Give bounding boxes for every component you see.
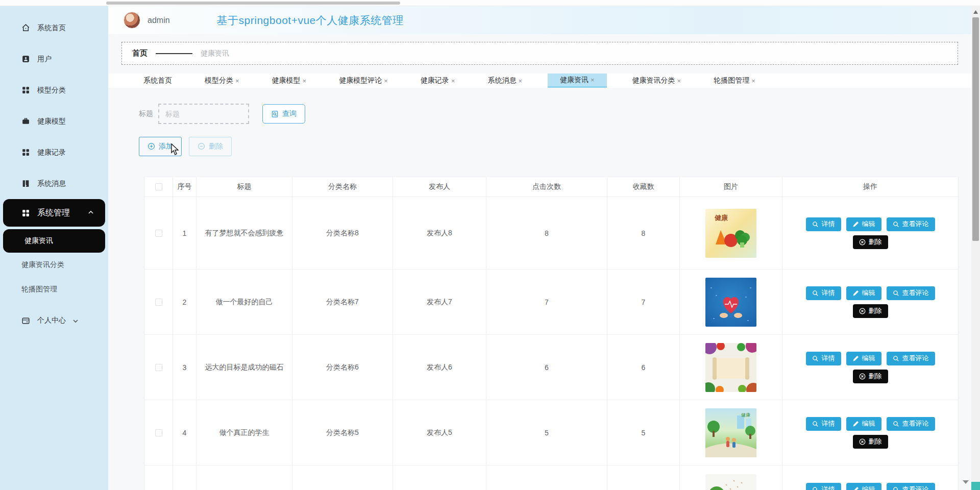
col-header-publisher: 发布人: [393, 177, 486, 197]
pencil-icon: [852, 221, 859, 228]
pencil-icon: [852, 290, 859, 297]
sidebar-subitem-health-news[interactable]: 健康资讯: [3, 229, 105, 253]
detail-button[interactable]: 详情: [806, 352, 841, 365]
view-comments-button[interactable]: 查看评论: [887, 483, 935, 490]
tab-health-news-category[interactable]: 健康资讯分类×: [625, 74, 689, 88]
row-checkbox[interactable]: [155, 299, 162, 306]
sidebar-item-system-message[interactable]: 系统消息: [0, 168, 108, 199]
row-title: 远大的目标是成功的磁石: [197, 335, 292, 400]
minus-circle-icon: [198, 142, 205, 150]
view-comments-button[interactable]: 查看评论: [887, 352, 935, 365]
view-comments-button[interactable]: 查看评论: [887, 217, 935, 231]
main-area: admin 基于springboot+vue个人健康系统管理 首页 健康资讯 系…: [108, 6, 971, 490]
select-all-checkbox[interactable]: [155, 183, 162, 190]
delete-row-button[interactable]: 删除: [853, 235, 888, 249]
search-label: 标题: [139, 109, 153, 118]
delete-row-button[interactable]: 删除: [853, 370, 888, 383]
view-comments-button[interactable]: 查看评论: [887, 286, 935, 300]
tab-close-icon[interactable]: ×: [303, 77, 307, 85]
detail-button[interactable]: 详情: [806, 483, 841, 490]
tab-close-icon[interactable]: ×: [384, 77, 388, 85]
tab-close-icon[interactable]: ×: [751, 77, 755, 85]
row-clicks: 8: [486, 197, 607, 269]
sidebar-item-users[interactable]: 用户: [0, 43, 108, 75]
tab-system-message[interactable]: 系统消息×: [480, 74, 529, 88]
edit-button[interactable]: 编辑: [846, 217, 881, 231]
breadcrumb-root[interactable]: 首页: [132, 48, 148, 58]
tab-close-icon[interactable]: ×: [677, 77, 681, 85]
edit-button[interactable]: 编辑: [846, 352, 881, 365]
row-category: 分类名称6: [292, 335, 393, 400]
edit-button[interactable]: 编辑: [846, 417, 881, 431]
circle-x-icon: [859, 308, 866, 314]
magnifier-icon: [893, 421, 899, 427]
home-icon: [21, 23, 30, 32]
title-search-input[interactable]: [158, 104, 249, 124]
svg-text:健康: 健康: [714, 214, 728, 222]
sidebar-subitem-carousel-management[interactable]: 轮播图管理: [0, 277, 108, 302]
row-checkbox[interactable]: [155, 429, 162, 436]
toolbar: 添加 删除: [139, 136, 971, 156]
breadcrumb: 首页 健康资讯: [121, 42, 958, 65]
row-checkbox[interactable]: [155, 230, 162, 237]
tab-close-icon[interactable]: ×: [591, 76, 595, 84]
sidebar-item-health-model[interactable]: 健康模型: [0, 106, 108, 137]
sidebar-subitem-label: 健康资讯: [24, 236, 53, 246]
delete-row-button[interactable]: 删除: [853, 304, 888, 318]
sidebar-item-label: 用户: [37, 55, 52, 64]
tab-close-icon[interactable]: ×: [451, 77, 455, 85]
row-index: 1: [173, 197, 197, 269]
magnifier-icon: [893, 355, 899, 362]
avatar[interactable]: [124, 12, 140, 29]
row-category: [292, 465, 393, 490]
table-row: 3 远大的目标是成功的磁石 分类名称6 发布人6 6 6 详情 编辑 查看评论 …: [144, 335, 958, 400]
delete-button[interactable]: 删除: [189, 137, 232, 156]
vertical-scrollbar[interactable]: [971, 6, 980, 490]
magnifier-icon: [812, 355, 819, 362]
row-index: 2: [173, 270, 197, 334]
scrollbar-up-arrow[interactable]: [971, 7, 980, 16]
table-row: 4 做个真正的学生 分类名称5 发布人5 5 5 健康 详情 编辑 查看评论 删…: [144, 400, 958, 465]
sidebar-item-system-management[interactable]: 系统管理: [3, 199, 105, 227]
sidebar-subitem-label: 健康资讯分类: [21, 260, 64, 270]
tab-model-category[interactable]: 模型分类×: [198, 74, 247, 88]
top-progress-bar: [106, 2, 400, 5]
tab-carousel-management[interactable]: 轮播图管理×: [706, 74, 763, 88]
row-title: [197, 465, 292, 490]
tab-close-icon[interactable]: ×: [518, 77, 522, 85]
col-header-clicks: 点击次数: [486, 177, 607, 197]
detail-button[interactable]: 详情: [806, 217, 841, 231]
edit-button[interactable]: 编辑: [846, 286, 881, 300]
chevron-up-icon: [88, 209, 94, 215]
tab-health-news[interactable]: 健康资讯×: [548, 74, 607, 88]
detail-button[interactable]: 详情: [806, 286, 841, 300]
detail-button[interactable]: 详情: [806, 417, 841, 431]
scroll-down-arrow-icon[interactable]: [962, 478, 970, 486]
delete-row-button[interactable]: 删除: [853, 435, 888, 449]
tab-health-model-comments[interactable]: 健康模型评论×: [332, 74, 395, 88]
tab-close-icon[interactable]: ×: [235, 77, 239, 85]
sidebar-item-health-record[interactable]: 健康记录: [0, 137, 108, 168]
sidebar-item-label: 系统首页: [37, 23, 66, 33]
chevron-down-icon: [72, 318, 79, 324]
row-title: 做个真正的学生: [197, 400, 292, 465]
row-index: [173, 465, 197, 490]
sidebar-item-system-home[interactable]: 系统首页: [0, 12, 108, 43]
sidebar-subitem-health-news-category[interactable]: 健康资讯分类: [0, 253, 108, 277]
query-button[interactable]: 查询: [262, 104, 305, 124]
card-icon: [21, 316, 30, 325]
table-row: 2 做一个最好的自己 分类名称7 发布人7 7 7 详情 编辑 查看评论 删除: [144, 270, 958, 335]
grid-icon: [21, 209, 30, 217]
tab-health-model[interactable]: 健康模型×: [265, 74, 314, 88]
scrollbar-thumb[interactable]: [972, 17, 979, 241]
sidebar-item-model-category[interactable]: 模型分类: [0, 75, 108, 106]
row-publisher: 发布人5: [393, 400, 486, 465]
sidebar-item-personal-center[interactable]: 个人中心: [0, 306, 108, 335]
col-header-title: 标题: [197, 177, 292, 197]
tab-system-home[interactable]: 系统首页: [136, 74, 179, 88]
add-button[interactable]: 添加: [139, 137, 182, 156]
row-checkbox[interactable]: [155, 364, 162, 371]
tab-health-record[interactable]: 健康记录×: [413, 74, 462, 88]
view-comments-button[interactable]: 查看评论: [887, 417, 935, 431]
edit-button[interactable]: 编辑: [846, 483, 881, 490]
